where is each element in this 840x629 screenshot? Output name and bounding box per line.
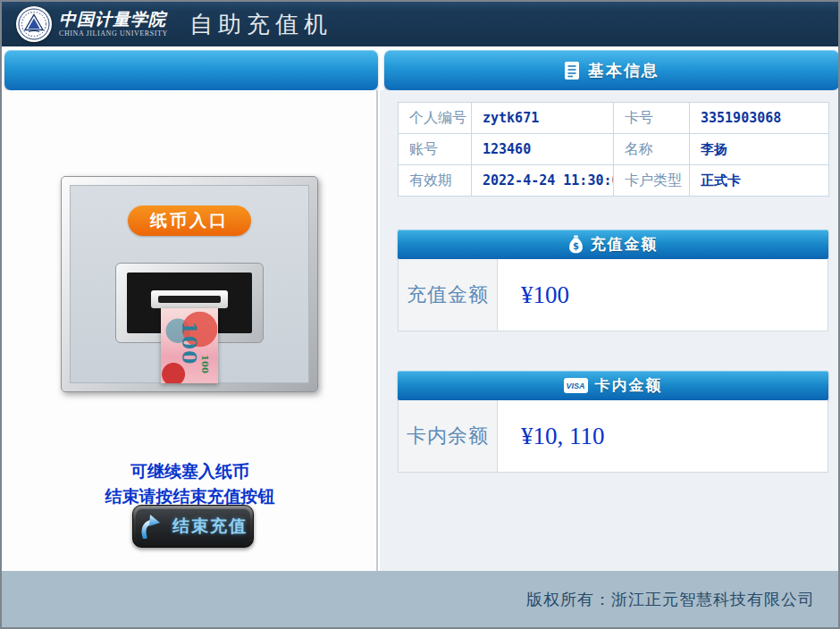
cash-insert-panel: 纸币入口 100 100 可继续塞入纸币 结束请按结束充值按钮 — [2, 90, 378, 571]
cash-slot-recess: 100 100 — [127, 273, 252, 333]
card-balance-value: ¥10, 110 — [498, 400, 827, 472]
svg-text:$: $ — [573, 241, 579, 251]
recharge-amount-row: 充值金额 ¥100 — [398, 259, 828, 331]
field-value-expiry: 2022-4-24 11:30:01 — [472, 165, 614, 197]
document-icon — [564, 61, 580, 80]
table-row: 个人编号 zytk671 卡号 3351903068 — [399, 103, 829, 134]
basic-info-table: 个人编号 zytk671 卡号 3351903068 账号 123460 名称 … — [398, 102, 829, 197]
banknote-denomination-small: 100 — [200, 355, 210, 373]
finish-recharge-button[interactable]: 结束充值 — [132, 505, 254, 548]
finish-recharge-button-label: 结束充值 — [172, 515, 248, 538]
field-label-name: 名称 — [614, 134, 690, 165]
university-name-cn: 中国计量学院 — [59, 11, 168, 28]
table-row: 有效期 2022-4-24 11:30:01 卡户类型 正式卡 — [399, 165, 829, 197]
field-label-card-type: 卡户类型 — [614, 165, 690, 197]
card-balance-header: VISA 卡内金额 — [398, 371, 828, 400]
app-header: 中国计量学院 CHINA JILIANG UNIVERSITY 自助充值机 — [2, 2, 838, 46]
field-value-person-id: zytk671 — [472, 103, 614, 134]
finish-recharge-button-face: 结束充值 — [136, 508, 250, 544]
cash-slot-opening — [158, 296, 221, 303]
university-emblem-icon — [18, 8, 50, 40]
visa-card-icon: VISA — [564, 378, 588, 393]
recharge-amount-section: $ 充值金额 充值金额 ¥100 — [398, 230, 828, 331]
recharge-amount-title: 充值金额 — [591, 234, 659, 255]
university-logo — [16, 6, 52, 42]
field-value-card-type: 正式卡 — [690, 165, 829, 197]
recharge-amount-label: 充值金额 — [399, 259, 498, 331]
cash-acceptor-graphic: 纸币入口 100 100 — [61, 176, 318, 392]
recharge-amount-header: $ 充值金额 — [398, 230, 828, 259]
field-value-card-no: 3351903068 — [690, 103, 829, 134]
page-title: 自助充值机 — [189, 9, 332, 40]
field-label-account: 账号 — [399, 134, 472, 165]
field-label-expiry: 有效期 — [399, 165, 472, 197]
field-value-account: 123460 — [472, 134, 614, 165]
left-panel-header-bar — [4, 50, 378, 90]
footer: 版权所有：浙江正元智慧科技有限公司 — [2, 571, 838, 627]
banknote-image: 100 100 — [161, 308, 218, 383]
recharge-amount-value: ¥100 — [498, 259, 827, 331]
table-row: 账号 123460 名称 李扬 — [399, 134, 829, 165]
bill-entrance-badge: 纸币入口 — [128, 205, 251, 236]
card-balance-title: 卡内金额 — [595, 375, 663, 396]
field-label-person-id: 个人编号 — [399, 103, 472, 134]
card-balance-row: 卡内余额 ¥10, 110 — [398, 400, 828, 473]
curved-arrow-up-icon — [139, 514, 162, 539]
card-balance-section: VISA 卡内金额 卡内余额 ¥10, 110 — [398, 371, 828, 473]
copyright-text: 版权所有：浙江正元智慧科技有限公司 — [526, 589, 815, 610]
field-label-card-no: 卡号 — [614, 103, 690, 134]
field-value-name: 李扬 — [690, 134, 829, 165]
recharge-machine-app: 中国计量学院 CHINA JILIANG UNIVERSITY 自助充值机 基本… — [0, 0, 840, 629]
info-panel: 个人编号 zytk671 卡号 3351903068 账号 123460 名称 … — [380, 90, 838, 571]
basic-info-title: 基本信息 — [588, 60, 659, 81]
basic-info-header-bar: 基本信息 — [384, 50, 839, 90]
instruction-text: 可继续塞入纸币 结束请按结束充值按钮 — [2, 459, 378, 509]
money-bag-icon: $ — [568, 235, 584, 254]
cash-acceptor-face: 纸币入口 100 100 — [70, 185, 309, 383]
cash-slot: 100 100 — [115, 263, 264, 343]
instruction-line-1: 可继续塞入纸币 — [2, 459, 378, 484]
banknote-denomination: 100 — [178, 322, 201, 365]
university-name-en: CHINA JILIANG UNIVERSITY — [59, 30, 168, 38]
university-name-block: 中国计量学院 CHINA JILIANG UNIVERSITY — [59, 11, 168, 38]
cash-slot-plate — [151, 290, 228, 308]
card-balance-label: 卡内余额 — [399, 400, 498, 472]
